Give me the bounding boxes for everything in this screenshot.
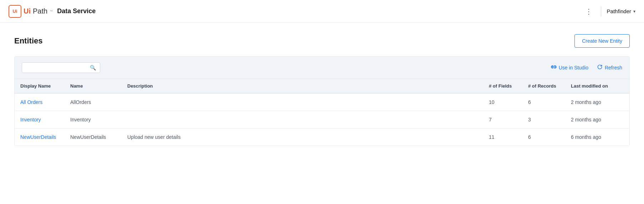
entities-table: Display Name Name Description # of Field… bbox=[15, 79, 629, 146]
entity-display-name[interactable]: All Orders bbox=[15, 93, 65, 111]
main-content: Entities Create New Entity 🔍 Use in Stud… bbox=[0, 23, 644, 157]
header-left: Ui UiPath™ Data Service bbox=[9, 5, 96, 18]
use-in-studio-label: Use in Studio bbox=[559, 65, 588, 70]
entities-table-container: 🔍 Use in Studio bbox=[14, 56, 630, 146]
search-box[interactable]: 🔍 bbox=[22, 62, 100, 73]
table-row: Inventory Inventory 7 3 2 months ago bbox=[15, 111, 629, 129]
logo-ui-text: Ui bbox=[13, 9, 17, 14]
chevron-down-icon: ▾ bbox=[633, 9, 635, 14]
search-icon: 🔍 bbox=[90, 65, 96, 70]
table-row: NewUserDetails NewUserDetails Upload new… bbox=[15, 129, 629, 146]
entity-description bbox=[122, 93, 483, 111]
entity-records-count: 6 bbox=[522, 129, 565, 146]
logo-ui: Ui bbox=[24, 7, 31, 15]
table-header-row: Display Name Name Description # of Field… bbox=[15, 79, 629, 93]
entity-description: Upload new user details bbox=[122, 129, 483, 146]
uipath-logo: Ui UiPath™ bbox=[9, 5, 53, 18]
entity-fields-count: 11 bbox=[483, 129, 522, 146]
header-divider bbox=[601, 6, 601, 16]
entity-description bbox=[122, 111, 483, 129]
entity-records-count: 6 bbox=[522, 93, 565, 111]
refresh-button[interactable]: Refresh bbox=[597, 64, 622, 71]
refresh-label: Refresh bbox=[605, 65, 622, 70]
table-row: All Orders AllOrders 10 6 2 months ago bbox=[15, 93, 629, 111]
col-header-display-name: Display Name bbox=[15, 79, 65, 93]
logo-path: Path bbox=[33, 7, 47, 15]
create-entity-button[interactable]: Create New Entity bbox=[574, 34, 630, 48]
workspace-name: Pathfinder bbox=[607, 8, 631, 14]
col-header-records: # of Records bbox=[522, 79, 565, 93]
app-header: Ui UiPath™ Data Service ⋮ Pathfinder ▾ bbox=[0, 0, 644, 23]
toolbar-actions: Use in Studio Refresh bbox=[550, 64, 622, 71]
search-input[interactable] bbox=[26, 65, 90, 70]
use-in-studio-button[interactable]: Use in Studio bbox=[550, 64, 588, 71]
menu-dots-button[interactable]: ⋮ bbox=[582, 6, 595, 17]
table-toolbar: 🔍 Use in Studio bbox=[15, 57, 629, 79]
workspace-selector[interactable]: Pathfinder ▾ bbox=[607, 8, 635, 14]
entity-fields-count: 10 bbox=[483, 93, 522, 111]
entity-display-name[interactable]: Inventory bbox=[15, 111, 65, 129]
header-right: ⋮ Pathfinder ▾ bbox=[582, 6, 635, 17]
col-header-modified: Last modified on bbox=[565, 79, 629, 93]
logo-tm: ™ bbox=[50, 10, 53, 13]
col-header-fields: # of Fields bbox=[483, 79, 522, 93]
entity-modified-date: 2 months ago bbox=[565, 111, 629, 129]
entity-name: NewUserDetails bbox=[65, 129, 122, 146]
entity-fields-count: 7 bbox=[483, 111, 522, 129]
col-header-name: Name bbox=[65, 79, 122, 93]
link-icon bbox=[550, 64, 557, 71]
entity-display-name[interactable]: NewUserDetails bbox=[15, 129, 65, 146]
col-header-description: Description bbox=[122, 79, 483, 93]
entity-records-count: 3 bbox=[522, 111, 565, 129]
entity-name: Inventory bbox=[65, 111, 122, 129]
logo-box: Ui bbox=[9, 5, 21, 18]
page-header: Entities Create New Entity bbox=[14, 34, 630, 48]
entity-name: AllOrders bbox=[65, 93, 122, 111]
page-title: Entities bbox=[14, 36, 42, 46]
app-name: Data Service bbox=[57, 7, 96, 15]
refresh-icon bbox=[597, 64, 603, 71]
entity-modified-date: 6 months ago bbox=[565, 129, 629, 146]
entity-modified-date: 2 months ago bbox=[565, 93, 629, 111]
